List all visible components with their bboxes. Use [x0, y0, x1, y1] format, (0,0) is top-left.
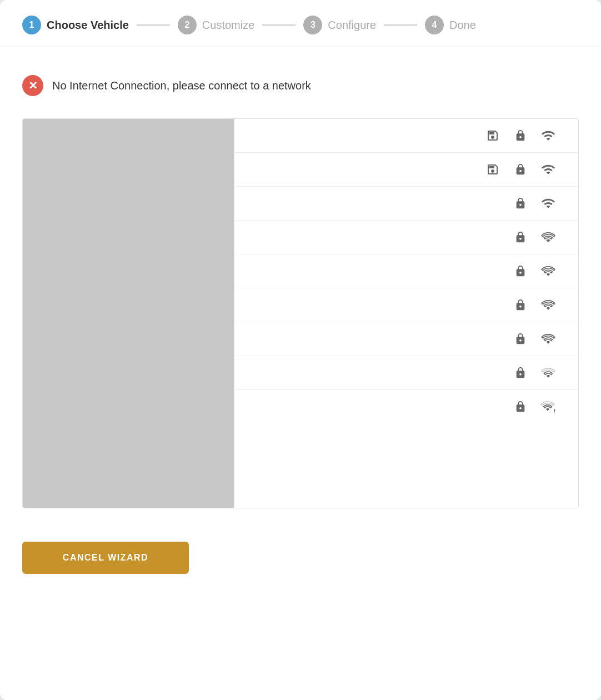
list-item[interactable]: [234, 322, 578, 356]
content-area: ✕ No Internet Connection, please connect…: [0, 47, 601, 525]
list-item[interactable]: [234, 119, 578, 153]
network-list-panel[interactable]: !: [234, 119, 578, 508]
row-icons: [513, 365, 556, 381]
wifi-verylow-icon: [540, 297, 556, 313]
main-grid: !: [22, 118, 579, 508]
svg-text:!: !: [554, 408, 556, 414]
error-message: No Internet Connection, please connect t…: [52, 79, 311, 92]
stepper-header: 1 Choose Vehicle 2 Customize 3 Configure…: [0, 0, 601, 47]
step-2: 2 Customize: [178, 16, 254, 34]
wifi-full-icon: [540, 162, 556, 177]
footer-area: CANCEL WIZARD: [0, 525, 601, 591]
step-2-circle: 2: [178, 16, 197, 34]
row-icons: [513, 331, 556, 347]
lock-icon: [513, 263, 528, 279]
step-4-label: Done: [449, 19, 476, 32]
row-icons: [513, 196, 556, 211]
lock-icon: [513, 128, 528, 143]
wifi-low-icon: [540, 263, 556, 279]
step-2-label: Customize: [202, 19, 254, 32]
step-3-circle: 3: [303, 16, 322, 34]
list-item[interactable]: [234, 288, 578, 322]
step-3-number: 3: [310, 20, 315, 30]
row-icons: [513, 263, 556, 279]
list-item[interactable]: [234, 356, 578, 390]
row-icons: [513, 229, 556, 245]
row-icons: [485, 162, 556, 177]
list-item[interactable]: [234, 187, 578, 221]
wifi-verylow-icon: [540, 331, 556, 347]
list-item[interactable]: [234, 254, 578, 288]
step-1-circle: 1: [22, 16, 41, 34]
list-item[interactable]: !: [234, 390, 578, 423]
step-1-number: 1: [29, 20, 34, 30]
wifi-low-icon: [540, 229, 556, 245]
list-item[interactable]: [234, 221, 578, 254]
connector-2-3: [262, 24, 296, 26]
lock-icon: [513, 331, 528, 347]
connector-1-2: [137, 24, 170, 26]
step-3: 3 Configure: [303, 16, 376, 34]
error-banner: ✕ No Internet Connection, please connect…: [22, 75, 579, 96]
wifi-full-icon: [540, 128, 556, 143]
step-4-circle: 4: [425, 16, 444, 34]
lock-icon: [513, 365, 528, 381]
step-1-label: Choose Vehicle: [47, 19, 129, 32]
step-2-number: 2: [184, 20, 189, 30]
lock-icon: [513, 229, 528, 245]
save-icon: [485, 162, 500, 177]
row-icons: [513, 297, 556, 313]
x-icon: ✕: [28, 79, 38, 92]
step-4: 4 Done: [425, 16, 476, 34]
lock-icon: [513, 196, 528, 211]
wifi-warning-icon: !: [540, 399, 556, 414]
row-icons: [485, 128, 556, 143]
step-4-number: 4: [432, 20, 437, 30]
lock-icon: [513, 162, 528, 177]
lock-icon: [513, 399, 528, 414]
list-item[interactable]: [234, 153, 578, 187]
error-icon-circle: ✕: [22, 75, 43, 96]
save-icon: [485, 128, 500, 143]
step-3-label: Configure: [328, 19, 376, 32]
lock-icon: [513, 297, 528, 313]
connector-3-4: [384, 24, 417, 26]
wifi-minimal-icon: [540, 365, 556, 381]
wifi-full-icon: [540, 196, 556, 211]
page-container: 1 Choose Vehicle 2 Customize 3 Configure…: [0, 0, 601, 700]
row-icons: !: [513, 399, 556, 414]
cancel-wizard-button[interactable]: CANCEL WIZARD: [22, 542, 189, 574]
vehicle-image-placeholder: [23, 119, 234, 508]
step-1: 1 Choose Vehicle: [22, 16, 129, 34]
